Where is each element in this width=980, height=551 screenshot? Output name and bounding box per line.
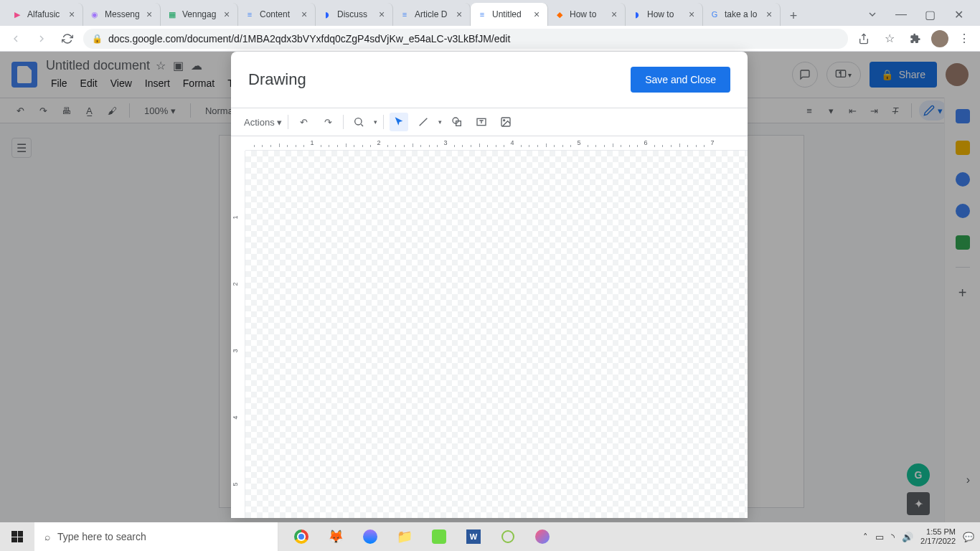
tab-6-active[interactable]: ≡Untitled× (471, 3, 548, 26)
lock-icon: 🔒 (92, 34, 103, 44)
save-and-close-button[interactable]: Save and Close (631, 67, 730, 93)
app-taskbar-icon[interactable] (491, 522, 525, 551)
start-button[interactable] (0, 522, 34, 551)
zoom-button[interactable] (349, 113, 368, 131)
windows-taskbar: ⌕ Type here to search 🦊 📁 W ˄ ▭ ◝ 🔊 1:55… (0, 522, 980, 551)
close-icon[interactable]: × (609, 9, 619, 19)
favicon: ◆ (554, 9, 565, 20)
tab-1[interactable]: ◉Messeng× (83, 3, 161, 26)
drawing-canvas[interactable] (245, 151, 748, 518)
reload-button[interactable] (57, 29, 77, 49)
chevron-down-icon[interactable]: ▾ (438, 118, 442, 126)
window-controls: — ▢ ✕ (862, 3, 974, 26)
tab-9[interactable]: Gtake a lo× (703, 3, 781, 26)
forward-button[interactable] (32, 29, 52, 49)
separator (383, 115, 384, 129)
dialog-title: Drawing (248, 70, 306, 89)
search-placeholder: Type here to search (57, 531, 146, 542)
close-icon[interactable]: × (67, 9, 77, 19)
image-tool[interactable] (496, 113, 515, 131)
close-window-button[interactable]: ✕ (948, 4, 969, 24)
notifications-icon[interactable]: 💬 (963, 532, 974, 542)
favicon: ◗ (321, 9, 333, 20)
tab-search-icon[interactable] (862, 4, 882, 24)
tab-3[interactable]: ≡Content× (238, 3, 316, 26)
system-tray: ˄ ▭ ◝ 🔊 1:55 PM 2/17/2022 💬 (863, 527, 980, 546)
minimize-button[interactable]: — (891, 4, 911, 24)
tab-8[interactable]: ◗How to× (626, 3, 703, 26)
chrome-menu-icon[interactable]: ⋮ (954, 29, 974, 49)
chevron-down-icon[interactable]: ▾ (374, 118, 377, 126)
share-page-icon[interactable] (854, 29, 874, 49)
favicon: ≡ (399, 9, 410, 20)
messenger-taskbar-icon[interactable] (353, 522, 387, 551)
select-tool[interactable] (390, 113, 408, 131)
favicon: ▦ (166, 9, 178, 20)
drawing-dialog: Drawing Save and Close Actions ▾ ↶ ↷ ▾ ▾… (231, 52, 748, 518)
close-icon[interactable]: × (144, 9, 154, 19)
close-icon[interactable]: × (454, 9, 464, 19)
textbox-tool[interactable] (472, 113, 491, 131)
dialog-header: Drawing Save and Close (231, 52, 748, 108)
undo-button[interactable]: ↶ (294, 113, 313, 131)
search-icon: ⌕ (44, 531, 50, 542)
address-bar[interactable]: 🔒 docs.google.com/document/d/1MBA2qdx3bV… (83, 29, 848, 49)
bookmark-icon[interactable]: ☆ (880, 29, 900, 49)
close-icon[interactable]: × (299, 9, 309, 19)
tray-expand-icon[interactable]: ˄ (863, 532, 868, 542)
separator (343, 115, 344, 129)
horizontal-ruler: 1234567 (245, 136, 748, 151)
clock[interactable]: 1:55 PM 2/17/2022 (920, 527, 956, 546)
vertical-ruler: 12345 (231, 151, 245, 518)
favicon: G (709, 9, 720, 20)
favicon: ◉ (89, 9, 100, 20)
taskbar-search[interactable]: ⌕ Type here to search (34, 522, 278, 551)
favicon: ≡ (244, 9, 255, 20)
close-icon[interactable]: × (764, 9, 774, 19)
browser-toolbar: 🔒 docs.google.com/document/d/1MBA2qdx3bV… (0, 26, 980, 52)
shape-tool[interactable] (448, 113, 466, 131)
browser-tab-strip: ▶Alfafusic× ◉Messeng× ▦Venngag× ≡Content… (0, 0, 980, 26)
wifi-icon[interactable]: ◝ (891, 532, 895, 542)
url-text: docs.google.com/document/d/1MBA2qdx3bVYx… (108, 33, 510, 44)
drawing-toolbar: Actions ▾ ↶ ↷ ▾ ▾ (231, 108, 748, 136)
svg-line-2 (420, 118, 428, 126)
volume-icon[interactable]: 🔊 (902, 532, 913, 542)
svg-point-7 (504, 120, 505, 121)
separator (288, 115, 288, 129)
extensions-icon[interactable] (905, 29, 925, 49)
close-icon[interactable]: × (377, 9, 387, 19)
back-button[interactable] (6, 29, 26, 49)
close-icon[interactable]: × (532, 9, 542, 19)
word-taskbar-icon[interactable]: W (456, 522, 491, 551)
actions-menu[interactable]: Actions ▾ (244, 117, 282, 128)
chrome-taskbar-icon[interactable] (284, 522, 319, 551)
svg-point-1 (355, 118, 362, 125)
favicon: ≡ (476, 9, 488, 20)
battery-icon[interactable]: ▭ (875, 532, 884, 542)
tab-5[interactable]: ≡Article D× (393, 3, 471, 26)
favicon: ◗ (631, 9, 643, 20)
firefox-taskbar-icon[interactable]: 🦊 (319, 522, 353, 551)
redo-button[interactable]: ↷ (319, 113, 337, 131)
tab-4[interactable]: ◗Discuss× (316, 3, 393, 26)
maximize-button[interactable]: ▢ (920, 4, 940, 24)
line-tool[interactable] (414, 113, 433, 131)
tab-0[interactable]: ▶Alfafusic× (6, 3, 83, 26)
itunes-taskbar-icon[interactable] (525, 522, 560, 551)
new-tab-button[interactable]: + (783, 6, 804, 26)
tab-2[interactable]: ▦Venngag× (161, 3, 238, 26)
close-icon[interactable]: × (687, 9, 697, 19)
explorer-taskbar-icon[interactable]: 📁 (387, 522, 422, 551)
upwork-taskbar-icon[interactable] (422, 522, 456, 551)
profile-avatar[interactable] (931, 30, 948, 47)
tab-7[interactable]: ◆How to× (548, 3, 626, 26)
favicon: ▶ (11, 9, 23, 20)
close-icon[interactable]: × (222, 9, 232, 19)
